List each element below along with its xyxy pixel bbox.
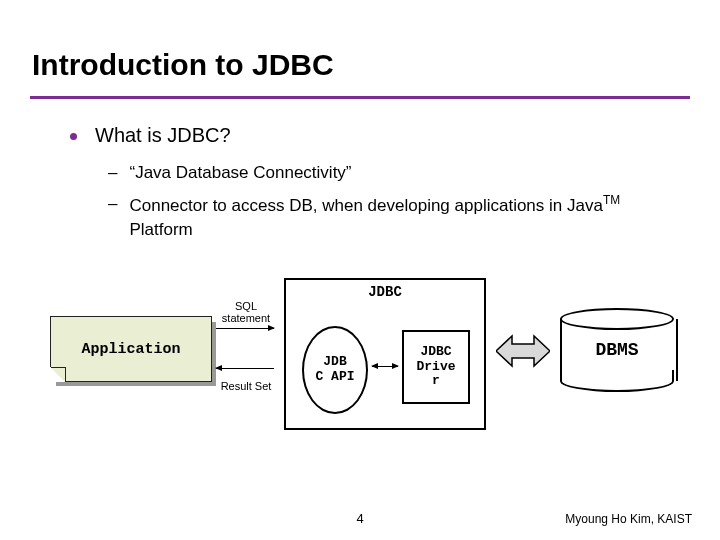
dash-icon: – — [108, 192, 117, 243]
jdbc-driver-box: JDBC Drive r — [402, 330, 470, 404]
jdbc-api-ellipse: JDB C API — [302, 326, 368, 414]
jdbc-title: JDBC — [286, 284, 484, 300]
dbms-cylinder: DBMS — [560, 308, 674, 392]
bullet1-text: What is JDBC? — [95, 124, 231, 147]
sub-bullet-2: – Connector to access DB, when developin… — [108, 192, 680, 243]
application-label: Application — [81, 341, 180, 358]
svg-marker-0 — [496, 336, 550, 366]
sql-label: SQL statement — [220, 300, 272, 324]
arrow-sql — [216, 328, 274, 329]
bullet-list: What is JDBC? – “Java Database Connectiv… — [70, 124, 680, 249]
slide-title: Introduction to JDBC — [32, 48, 334, 82]
page-fold-icon — [51, 367, 66, 382]
bullet-dot-icon — [70, 133, 77, 140]
author-credit: Myoung Ho Kim, KAIST — [565, 512, 692, 526]
dbms-label: DBMS — [560, 308, 674, 392]
bullet-level1: What is JDBC? — [70, 124, 680, 147]
sub-bullet-1: – “Java Database Connectivity” — [108, 161, 680, 186]
thick-double-arrow-icon — [496, 334, 550, 368]
sub-bullets: – “Java Database Connectivity” – Connect… — [108, 161, 680, 243]
sub2-text: Connector to access DB, when developing … — [129, 192, 680, 243]
arrow-api-driver — [372, 366, 398, 367]
application-body: Application — [50, 316, 212, 382]
resultset-label: Result Set — [216, 380, 276, 392]
jdbc-container: JDBC JDB C API JDBC Drive r — [284, 278, 486, 430]
jdbc-driver-label: JDBC Drive r — [408, 345, 464, 390]
dash-icon: – — [108, 161, 117, 186]
architecture-diagram: Application SQL statement Result Set JDB… — [40, 268, 680, 458]
slide: Introduction to JDBC What is JDBC? – “Ja… — [0, 0, 720, 540]
sub1-text: “Java Database Connectivity” — [129, 161, 351, 186]
jdbc-api-label: JDB C API — [315, 355, 354, 385]
title-underline — [30, 96, 690, 99]
arrow-resultset — [216, 368, 274, 369]
application-box: Application — [50, 316, 210, 380]
